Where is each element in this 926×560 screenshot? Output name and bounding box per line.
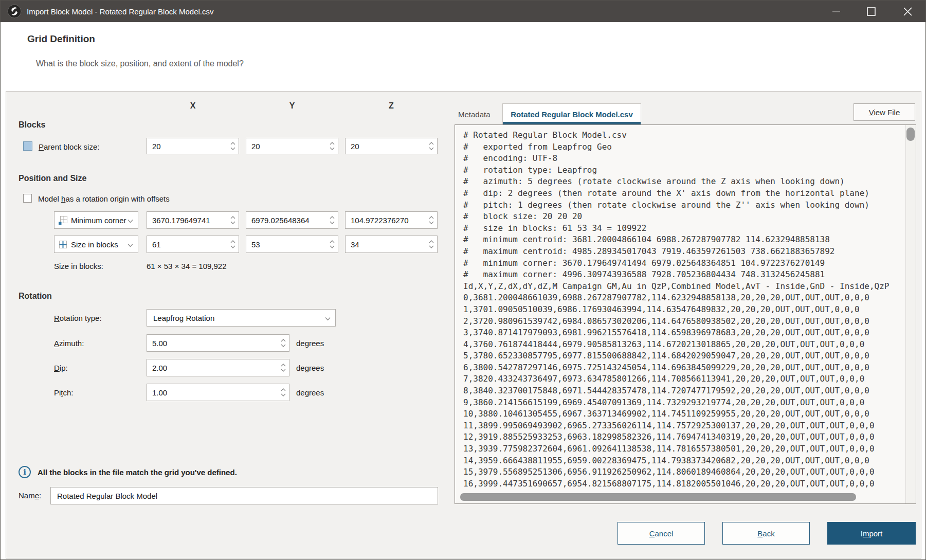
maximize-button[interactable]	[859, 1, 883, 22]
size-blocks-x-value: 61	[152, 240, 161, 249]
rotation-type-dropdown[interactable]: Leapfrog Rotation	[147, 309, 336, 327]
azimuth-unit-label: degrees	[296, 339, 324, 348]
axis-header-y: Y	[246, 101, 338, 111]
page-title: Grid Definition	[27, 33, 95, 45]
import-block-model-dialog: Import Block Model - Rotated Regular Blo…	[0, 0, 926, 560]
spinner-arrows[interactable]	[429, 240, 434, 248]
window-title: Import Block Model - Rotated Regular Blo…	[27, 7, 213, 16]
min-corner-y-value: 6979.025648364	[251, 216, 310, 225]
spinner-arrows[interactable]	[281, 388, 286, 396]
view-file-button-label: View File	[869, 108, 900, 117]
close-button[interactable]	[896, 1, 919, 22]
horizontal-scrollbar-thumb[interactable]	[460, 493, 856, 501]
maximize-icon	[867, 7, 876, 16]
spinner-arrows[interactable]	[230, 216, 235, 224]
dip-value: 2.00	[152, 364, 167, 372]
parent-size-y-value: 20	[251, 142, 260, 151]
vertical-scrollbar[interactable]	[905, 125, 916, 503]
size-in-blocks-summary-value: 61 × 53 × 34 = 109,922	[147, 262, 227, 270]
blocks-section-label: Blocks	[19, 120, 45, 130]
name-label: Name:	[19, 491, 41, 500]
title-bar: Import Block Model - Rotated Regular Blo…	[1, 1, 925, 22]
tab-csv-file[interactable]: Rotated Regular Block Model.csv	[502, 103, 641, 125]
import-button[interactable]: Import	[827, 522, 916, 545]
rotation-origin-label: Model has a rotation origin with offsets	[38, 194, 170, 203]
min-corner-x-value: 3670.179649741	[152, 216, 210, 225]
size-blocks-x-spinbox[interactable]: 61	[147, 236, 239, 253]
tab-csv-file-label: Rotated Regular Block Model.csv	[511, 110, 633, 119]
parent-block-size-checkbox[interactable]	[23, 141, 32, 151]
minimum-corner-selected: Minimum corner	[71, 216, 126, 225]
minimum-corner-icon	[59, 216, 67, 225]
azimuth-value: 5.00	[152, 339, 167, 348]
size-in-blocks-selected: Size in blocks	[71, 240, 118, 249]
csv-preview-panel: # Rotated Regular Block Model.csv # expo…	[455, 124, 916, 504]
min-corner-z-value: 104.9722376270	[351, 216, 409, 225]
minimize-button[interactable]	[824, 1, 848, 22]
info-icon: i	[19, 466, 31, 478]
pitch-unit-label: degrees	[296, 388, 324, 397]
chevron-down-icon	[325, 314, 331, 322]
parent-block-size-label: Parent block size:	[39, 142, 99, 151]
axis-header-x: X	[147, 101, 239, 111]
spinner-arrows[interactable]	[281, 364, 286, 372]
min-corner-z-spinbox[interactable]: 104.9722376270	[345, 211, 438, 229]
view-file-button[interactable]: View File	[854, 103, 915, 121]
name-input[interactable]: Rotated Regular Block Model	[50, 487, 438, 504]
spinner-arrows[interactable]	[330, 216, 335, 224]
size-blocks-z-value: 34	[351, 240, 359, 249]
axis-header-z: Z	[345, 101, 438, 111]
spinner-arrows[interactable]	[281, 339, 286, 347]
name-input-value: Rotated Regular Block Model	[57, 492, 157, 500]
parent-size-x-spinbox[interactable]: 20	[147, 138, 239, 154]
parent-size-z-spinbox[interactable]: 20	[345, 138, 438, 154]
size-blocks-z-spinbox[interactable]: 34	[345, 236, 438, 253]
pitch-spinbox[interactable]: 1.00	[147, 384, 289, 401]
chevron-down-icon	[128, 216, 133, 225]
min-corner-x-spinbox[interactable]: 3670.179649741	[147, 211, 239, 229]
vertical-scrollbar-thumb[interactable]	[906, 128, 915, 141]
size-in-blocks-dropdown[interactable]: Size in blocks	[54, 236, 138, 253]
pitch-label: Pitch:	[54, 388, 74, 397]
spinner-arrows[interactable]	[429, 216, 434, 224]
rotation-section-label: Rotation	[19, 292, 52, 301]
azimuth-spinbox[interactable]: 5.00	[147, 334, 289, 352]
azimuth-label: Azimuth:	[54, 339, 84, 348]
parent-size-y-spinbox[interactable]: 20	[246, 138, 338, 154]
parent-size-x-value: 20	[152, 142, 161, 151]
dip-spinbox[interactable]: 2.00	[147, 359, 289, 376]
spinner-arrows[interactable]	[230, 240, 235, 248]
status-message: All the blocks in the file match the gri…	[38, 468, 237, 477]
dip-label: Dip:	[54, 364, 68, 372]
size-in-blocks-summary-label: Size in blocks:	[54, 262, 103, 270]
parent-size-z-value: 20	[351, 142, 359, 151]
back-button-label: Back	[757, 529, 774, 538]
rotation-origin-checkbox[interactable]	[23, 194, 32, 203]
spinner-arrows[interactable]	[230, 142, 235, 150]
chevron-down-icon	[128, 240, 133, 249]
close-icon	[903, 7, 912, 16]
tab-metadata[interactable]: Metadata	[458, 110, 491, 119]
position-size-section-label: Position and Size	[19, 174, 86, 183]
spinner-arrows[interactable]	[429, 142, 434, 150]
import-button-label: Import	[861, 529, 883, 538]
size-in-blocks-icon	[59, 240, 67, 249]
min-corner-y-spinbox[interactable]: 6979.025648364	[246, 211, 338, 229]
rotation-type-selected: Leapfrog Rotation	[153, 314, 214, 322]
page-subtitle: What is the block size, position, and ex…	[36, 59, 244, 68]
pitch-value: 1.00	[152, 388, 167, 397]
size-blocks-y-spinbox[interactable]: 53	[246, 236, 338, 253]
leapfrog-app-icon	[7, 4, 22, 19]
minimize-icon	[832, 11, 840, 12]
minimum-corner-dropdown[interactable]: Minimum corner	[54, 211, 138, 229]
csv-content: # Rotated Regular Block Model.csv # expo…	[463, 130, 889, 490]
size-blocks-y-value: 53	[251, 240, 260, 249]
dip-unit-label: degrees	[296, 364, 324, 372]
spinner-arrows[interactable]	[330, 142, 335, 150]
back-button[interactable]: Back	[722, 522, 810, 545]
cancel-button-label: Cancel	[649, 529, 674, 538]
cancel-button[interactable]: Cancel	[618, 522, 705, 545]
spinner-arrows[interactable]	[330, 240, 335, 248]
rotation-type-label: Rotation type:	[54, 314, 102, 322]
